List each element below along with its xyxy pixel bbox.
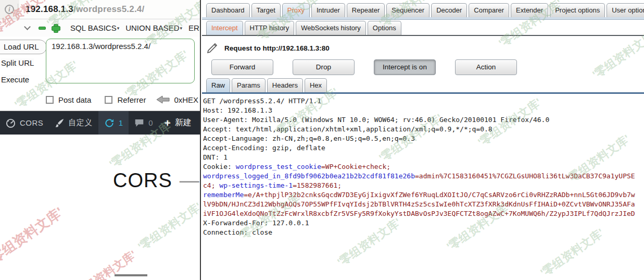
main-tab-extender[interactable]: Extender xyxy=(511,3,548,17)
page-title-dash: — xyxy=(180,169,199,191)
main-tab-intruder[interactable]: Intruder xyxy=(311,3,345,17)
intercept-is-on-button[interactable]: Intercept is on xyxy=(374,59,436,75)
request-line: Accept-Language: zh-CN,zh;q=0.8,en-US;q=… xyxy=(203,134,644,143)
hackbar-menu-error[interactable]: ERROR▾ xyxy=(188,23,201,32)
view-tab-params[interactable]: Params xyxy=(232,78,266,92)
refresh-icon xyxy=(104,118,115,128)
split-url-button[interactable]: Split URL xyxy=(1,58,34,67)
request-segment: wordpress_test_cookie xyxy=(236,163,321,171)
request-segment: X-Forwarded-For: 127.0.0.1 xyxy=(203,219,309,227)
browser-panel: i 192.168.1.3/wordpress5.2.4/ SQL BASICS… xyxy=(0,0,201,280)
proxy-sub-tabs: InterceptHTTP historyWebSockets historyO… xyxy=(202,20,644,35)
view-tab-raw[interactable]: Raw xyxy=(206,78,230,92)
request-segment: Accept-Language: zh-CN,zh;q=0.8,en-US;q=… xyxy=(203,135,415,142)
main-tab-dashboard[interactable]: Dashboard xyxy=(206,3,250,17)
message-view-tabs: RawParamsHeadersHex xyxy=(202,77,644,92)
request-line: GET /wordpress5.2.4/ HTTP/1.1 xyxy=(203,96,644,106)
request-segment: Cookie: xyxy=(203,163,236,171)
brush-icon xyxy=(55,118,64,128)
page-title-cors: CORS xyxy=(113,169,172,191)
view-tab-hex[interactable]: Hex xyxy=(305,78,327,92)
comments-toolbar-item[interactable]: 0 xyxy=(129,111,158,135)
hex-menu-label[interactable]: 0xHEX xyxy=(174,95,198,104)
hackbar-menu-union-based[interactable]: UNION BASED▾ xyxy=(125,23,182,32)
browser-url-bar: i 192.168.1.3/wordpress5.2.4/ xyxy=(0,0,200,19)
request-segment: GET /wordpress5.2.4/ HTTP/1.1 xyxy=(203,97,321,105)
main-tab-user-options[interactable]: User options xyxy=(607,3,644,17)
custom-toolbar-item[interactable]: 自定义 xyxy=(49,111,98,135)
request-segment: Accept-Encoding: gzip, deflate xyxy=(203,144,325,152)
minus-icon[interactable] xyxy=(39,27,46,30)
request-line: X-Forwarded-For: 127.0.0.1 xyxy=(203,218,644,228)
post-data-label: Post data xyxy=(58,95,91,104)
request-segment: User-Agent: Mozilla/5.0 (Windows NT 10.0… xyxy=(203,116,549,124)
burp-panel: DashboardTargetProxyIntruderRepeaterSequ… xyxy=(202,0,644,280)
refresh-toolbar-item[interactable]: 1 xyxy=(98,111,129,135)
request-to-label: Request to http://192.168.1.3:80 xyxy=(224,44,330,52)
comment-count: 0 xyxy=(148,118,153,127)
site-info-icon[interactable]: i xyxy=(5,5,14,14)
intercept-action-buttons: ForwardDropIntercept is onAction xyxy=(211,59,644,75)
request-segment: c4; xyxy=(203,181,219,189)
sub-tab-intercept[interactable]: Intercept xyxy=(206,21,243,35)
dark-toolbar: CORS 自定义 1 0 + 新建 xyxy=(0,111,200,135)
custom-label: 自定义 xyxy=(68,118,93,128)
main-tab-comparer[interactable]: Comparer xyxy=(469,3,509,17)
main-tab-repeater[interactable]: Repeater xyxy=(347,3,385,17)
chevron-down-icon[interactable] xyxy=(24,23,31,30)
sub-tab-websockets-history[interactable]: WebSockets history xyxy=(296,21,366,35)
request-segment: Host: 192.168.1.3 xyxy=(203,106,272,114)
main-tab-decoder[interactable]: Decoder xyxy=(431,3,467,17)
plus-icon[interactable] xyxy=(52,24,59,32)
request-line: wordpress_logged_in_8fd9bf9062b0ea21b2b2… xyxy=(203,172,644,181)
main-tab-sequencer[interactable]: Sequencer xyxy=(386,3,430,17)
forward-button[interactable]: Forward xyxy=(211,59,273,75)
post-data-checkbox[interactable] xyxy=(46,96,54,104)
hackbar-main: Load URL Split URL Execute 192.168.1.3/w… xyxy=(0,39,200,89)
hackbar-url-textarea[interactable]: 192.168.1.3/wordpress5.2.4/ xyxy=(46,39,195,83)
request-line: DNT: 1 xyxy=(203,153,644,162)
sub-tab-underline xyxy=(202,35,644,36)
hackbar-menus: SQL BASICS▾UNION BASED▾ERROR▾ xyxy=(64,23,201,32)
new-toolbar-item[interactable]: + 新建 xyxy=(159,111,197,135)
request-segment: =e/A+thpjlP32b2cnksGqcdW7D3EyGjIxigvXfZW… xyxy=(244,191,635,199)
request-line: User-Agent: Mozilla/5.0 (Windows NT 10.0… xyxy=(203,115,644,125)
request-line: rememberMe=e/A+thpjlP32b2cnksGqcdW7D3EyG… xyxy=(203,190,644,200)
request-line: Connection: close xyxy=(203,228,644,237)
request-segment: DNT: 1 xyxy=(203,153,228,161)
referrer-checkbox[interactable] xyxy=(105,96,112,104)
load-url-button[interactable]: Load URL xyxy=(0,40,47,54)
main-tab-target[interactable]: Target xyxy=(251,3,281,17)
sub-tab-options[interactable]: Options xyxy=(368,21,401,35)
request-segment: wp-settings-time-1 xyxy=(219,181,293,189)
request-line: Accept-Encoding: gzip, deflate xyxy=(203,143,644,153)
address-bar-input[interactable]: 192.168.1.3/wordpress5.2.4/ xyxy=(19,0,200,19)
main-tab-proxy[interactable]: Proxy xyxy=(282,3,310,17)
watermark: '零组资料文库' xyxy=(0,203,67,269)
request-segment: =admin%7C1583160451%7CGZLGsUHO8li36tLw3D… xyxy=(415,172,635,180)
referrer-label: Referrer xyxy=(117,95,146,104)
main-tab-project-options[interactable]: Project options xyxy=(550,3,605,17)
hackbar-menu-sql-basics[interactable]: SQL BASICS▾ xyxy=(70,23,119,32)
cors-toolbar-item[interactable]: CORS xyxy=(0,111,49,135)
heading-divider xyxy=(115,274,147,276)
new-label: 新建 xyxy=(175,117,192,128)
page-title: CORS—又 xyxy=(113,163,201,196)
execute-button[interactable]: Execute xyxy=(1,75,29,84)
request-line: lV9bDN/HJnCZ3d12WbhgAOQs7OP55WPfFIvqYIds… xyxy=(203,200,644,209)
request-editor[interactable]: GET /wordpress5.2.4/ HTTP/1.1Host: 192.1… xyxy=(202,94,644,237)
url-host: 192.168.1.3 xyxy=(26,4,73,15)
request-line: Cookie: wordpress_test_cookie=WP+Cookie+… xyxy=(203,162,644,172)
request-line: iVF1OJG4leXdoQNoTtZzFcWrxlR8xcbfZr5VSFy5… xyxy=(203,209,644,218)
request-segment: =1582987661; xyxy=(293,181,342,189)
url-separator xyxy=(18,4,18,15)
action-button[interactable]: Action xyxy=(455,59,517,75)
hackbar-toolbar: SQL BASICS▾UNION BASED▾ERROR▾ xyxy=(0,19,200,36)
request-segment: =WP+Cookie+check; xyxy=(321,163,390,171)
view-tab-headers[interactable]: Headers xyxy=(267,78,303,92)
drop-button[interactable]: Drop xyxy=(293,59,355,75)
plus-icon: + xyxy=(165,117,171,128)
arrow-left-icon xyxy=(156,95,170,104)
sub-tab-http-history[interactable]: HTTP history xyxy=(245,21,295,35)
request-segment: wordpress_logged_in_8fd9bf9062b0ea21b2b2… xyxy=(203,172,415,180)
